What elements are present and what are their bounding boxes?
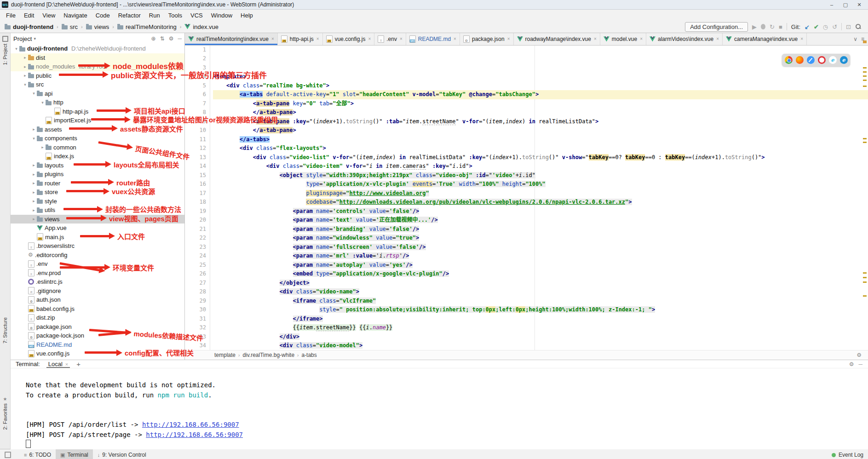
- hide-panel-icon[interactable]: ─: [178, 35, 182, 42]
- tree-item-.env.prod[interactable]: ≡.env.prod: [11, 269, 184, 278]
- menu-view[interactable]: View: [38, 12, 59, 19]
- chevron-collapsed-icon[interactable]: ▸: [31, 163, 37, 167]
- terminal-status-item[interactable]: ▣Terminal: [56, 449, 93, 459]
- editor-code[interactable]: <template><div class="realTime bg-white"…: [210, 46, 868, 350]
- todo-status-item[interactable]: ≡6: TODO: [19, 449, 56, 459]
- tree-item-auth.json[interactable]: {}auth.json: [11, 295, 184, 304]
- tree-item-layouts[interactable]: ▸layouts: [11, 161, 184, 170]
- terminal-link[interactable]: http://192.168.66.56:9007: [142, 421, 239, 428]
- gear-icon[interactable]: ⚙: [849, 361, 854, 367]
- tab-package-json[interactable]: {}package.json×: [460, 33, 514, 45]
- chevron-collapsed-icon[interactable]: ▸: [31, 172, 37, 177]
- tree-item-App.vue[interactable]: App.vue: [11, 224, 184, 233]
- tab-roadwayManage-index-vue[interactable]: roadwayManage\index.vue×: [514, 33, 600, 45]
- event-log-status-item[interactable]: Event Log: [832, 452, 863, 458]
- chevron-collapsed-icon[interactable]: ▸: [22, 64, 28, 69]
- chevron-expanded-icon[interactable]: ▾: [31, 136, 37, 141]
- menu-vcs[interactable]: VCS: [186, 12, 207, 19]
- tree-item-.eslintrc.js[interactable]: .eslintrc.js: [11, 277, 184, 287]
- chevron-expanded-icon[interactable]: ▾: [13, 46, 19, 51]
- terminal-output[interactable]: Note that the development build is not o…: [11, 368, 868, 450]
- tree-item-package.json[interactable]: {}package.json: [11, 322, 184, 332]
- menu-refactor[interactable]: Refactor: [114, 12, 145, 19]
- tab-alarmVideos-index-vue[interactable]: alarmVideos\index.vue×: [646, 33, 723, 45]
- chevron-collapsed-icon[interactable]: ▸: [31, 217, 37, 221]
- tree-item-vue.config.js[interactable]: JSvue.config.js: [11, 349, 184, 358]
- tree-item-components[interactable]: ▾components: [11, 134, 184, 143]
- tree-item-assets[interactable]: ▸assets: [11, 125, 184, 134]
- tab-list-icon[interactable]: ≡: [861, 36, 864, 42]
- tree-item-dist[interactable]: ▸dist: [11, 53, 184, 63]
- tree-item-http-api.js[interactable]: JShttp-api.js: [11, 107, 184, 116]
- breadcrumb-item[interactable]: views: [85, 23, 110, 30]
- chevron-collapsed-icon[interactable]: ▸: [31, 199, 37, 203]
- hide-panel-icon[interactable]: ─: [858, 361, 862, 367]
- close-icon[interactable]: ×: [640, 36, 643, 41]
- tree-item-style[interactable]: ▸style: [11, 197, 184, 206]
- history-icon[interactable]: ◷: [823, 23, 828, 30]
- search-everywhere-icon[interactable]: [855, 23, 862, 30]
- tree-item-node_modules[interactable]: ▸node_moduleslibrary root: [11, 62, 184, 71]
- chevron-expanded-icon[interactable]: ▾: [22, 82, 28, 87]
- editor-breadcrumb-item[interactable]: div.realTime.bg-white: [242, 352, 294, 358]
- breadcrumb-item[interactable]: realTimeMonitoring: [116, 23, 178, 30]
- chevron-collapsed-icon[interactable]: ▸: [31, 181, 37, 185]
- profile-button[interactable]: ↻: [770, 23, 775, 30]
- stop-button[interactable]: ■: [779, 23, 782, 30]
- close-icon[interactable]: ×: [368, 36, 371, 41]
- close-icon[interactable]: ×: [594, 36, 597, 41]
- structure-tool-button[interactable]: 7: Structure: [0, 317, 10, 344]
- tree-item-http[interactable]: ▾http: [11, 98, 184, 107]
- breadcrumb-item[interactable]: index.vue: [184, 23, 219, 30]
- version-control-status-item[interactable]: ↓9: Version Control: [93, 449, 151, 459]
- tree-item-package-lock.json[interactable]: {}package-lock.json: [11, 331, 184, 340]
- minimize-button[interactable]: ‒: [825, 2, 839, 8]
- tree-item-common[interactable]: ▸common: [11, 143, 184, 152]
- tree-item-.env[interactable]: ≡.env: [11, 259, 184, 269]
- tree-item-views[interactable]: ▸views: [11, 215, 184, 224]
- close-icon[interactable]: ×: [716, 36, 719, 41]
- chevron-collapsed-icon[interactable]: ▸: [22, 73, 28, 78]
- menu-edit[interactable]: Edit: [20, 12, 38, 19]
- project-tool-button[interactable]: 1: Project: [0, 36, 10, 65]
- terminal-tab-local[interactable]: Local ×: [46, 360, 70, 368]
- tab-README-md[interactable]: MDREADME.md×: [406, 33, 460, 45]
- breadcrumb-item[interactable]: src: [61, 23, 79, 30]
- project-panel-title[interactable]: Project: [13, 35, 32, 42]
- tree-item-utils[interactable]: ▸utils: [11, 206, 184, 215]
- tree-item-README.md[interactable]: MDREADME.md: [11, 340, 184, 350]
- chevron-down-icon[interactable]: ∨: [853, 36, 857, 42]
- tree-item-public[interactable]: ▸public: [11, 71, 184, 80]
- breadcrumb-item[interactable]: duoji-frontend: [4, 23, 54, 30]
- chevron-expanded-icon[interactable]: ▾: [31, 91, 37, 96]
- add-configuration-button[interactable]: Add Configuration...: [685, 22, 748, 32]
- breadcrumb-gear-icon[interactable]: ⚙: [857, 352, 862, 358]
- tree-item-main.js[interactable]: JSmain.js: [11, 233, 184, 242]
- favorites-tool-button[interactable]: ★ 2: Favorites: [0, 396, 10, 430]
- close-icon[interactable]: ×: [65, 361, 68, 367]
- tree-item-.gitignore[interactable]: ⊘.gitignore: [11, 287, 184, 296]
- menu-help[interactable]: Help: [236, 12, 257, 19]
- menu-file[interactable]: File: [2, 12, 20, 19]
- run-button[interactable]: ▶: [752, 23, 757, 30]
- rollback-icon[interactable]: ↺: [832, 23, 837, 30]
- close-icon[interactable]: ×: [507, 36, 510, 41]
- terminal-link[interactable]: http://192.168.66.56:9007: [146, 431, 243, 438]
- editor-breadcrumb-item[interactable]: template: [214, 352, 236, 358]
- tree-item-duoji-frontend[interactable]: ▾duoji-frontendD:\zheheWeb\duoji-fronten…: [11, 44, 184, 53]
- menu-run[interactable]: Run: [145, 12, 164, 19]
- locate-icon[interactable]: ⊕: [151, 35, 156, 42]
- tree-item-router[interactable]: ▸router: [11, 179, 184, 188]
- window-grid-icon[interactable]: [5, 452, 11, 458]
- tab-realTimeMonitoring-index-vue[interactable]: realTimeMonitoring\index.vue×: [185, 33, 278, 45]
- debug-button[interactable]: [761, 24, 765, 29]
- editor-breadcrumb-item[interactable]: a-tabs: [301, 352, 316, 358]
- tab-vue-config-js[interactable]: JSvue.config.js×: [323, 33, 375, 45]
- tree-item-api[interactable]: ▾api: [11, 89, 184, 98]
- git-update-icon[interactable]: ↙: [805, 23, 810, 30]
- tab-http-api-js[interactable]: JShttp-api.js×: [278, 33, 323, 45]
- close-button[interactable]: ✕: [852, 2, 866, 8]
- tab--env[interactable]: ≡.env×: [374, 33, 406, 45]
- chevron-collapsed-icon[interactable]: ▸: [31, 208, 37, 212]
- chevron-collapsed-icon[interactable]: ▸: [22, 55, 28, 60]
